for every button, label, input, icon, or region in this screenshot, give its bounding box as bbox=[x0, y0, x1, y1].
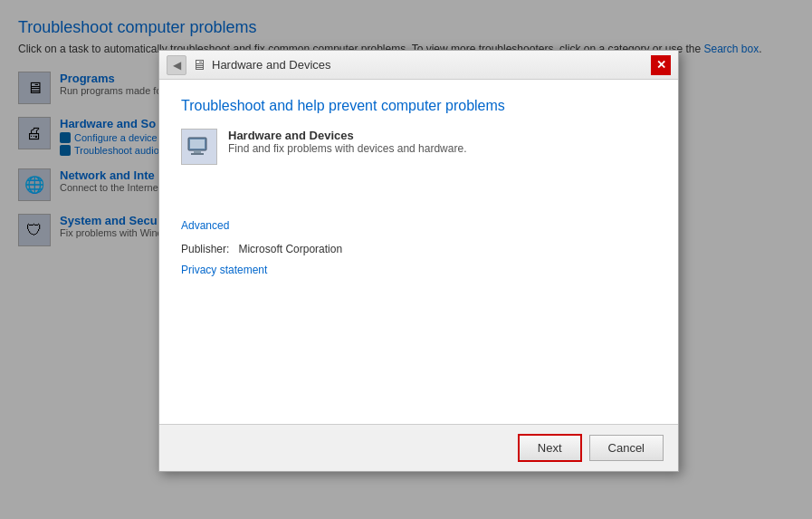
troubleshooter-description: Find and fix problems with devices and h… bbox=[228, 142, 466, 155]
dialog-heading: Troubleshoot and help prevent computer p… bbox=[181, 98, 656, 114]
next-button[interactable]: Next bbox=[518, 434, 582, 462]
publisher-line: Publisher: Microsoft Corporation bbox=[181, 243, 656, 255]
window-icon: 🖥 bbox=[192, 57, 206, 73]
dialog-content: Troubleshoot and help prevent computer p… bbox=[159, 80, 678, 424]
troubleshooter-icon bbox=[181, 129, 217, 165]
close-button[interactable]: ✕ bbox=[651, 55, 671, 75]
svg-rect-1 bbox=[194, 150, 201, 153]
svg-rect-3 bbox=[190, 139, 205, 149]
dialog-footer: Next Cancel bbox=[159, 424, 678, 471]
advanced-link[interactable]: Advanced bbox=[181, 219, 656, 232]
troubleshoot-dialog: ◀ 🖥 Hardware and Devices ✕ Troubleshoot … bbox=[158, 50, 679, 472]
back-button[interactable]: ◀ bbox=[167, 55, 186, 75]
privacy-link[interactable]: Privacy statement bbox=[181, 264, 267, 276]
dialog-title: Hardware and Devices bbox=[212, 58, 331, 72]
advanced-section: Advanced Publisher: Microsoft Corporatio… bbox=[181, 219, 656, 277]
dialog-titlebar: ◀ 🖥 Hardware and Devices ✕ bbox=[159, 51, 678, 80]
troubleshooter-name: Hardware and Devices bbox=[228, 129, 466, 142]
publisher-value: Microsoft Corporation bbox=[238, 243, 342, 255]
cancel-button[interactable]: Cancel bbox=[589, 435, 664, 461]
troubleshooter-item[interactable]: Hardware and Devices Find and fix proble… bbox=[181, 129, 656, 165]
svg-rect-2 bbox=[191, 153, 204, 155]
publisher-label: Publisher: bbox=[181, 243, 229, 255]
